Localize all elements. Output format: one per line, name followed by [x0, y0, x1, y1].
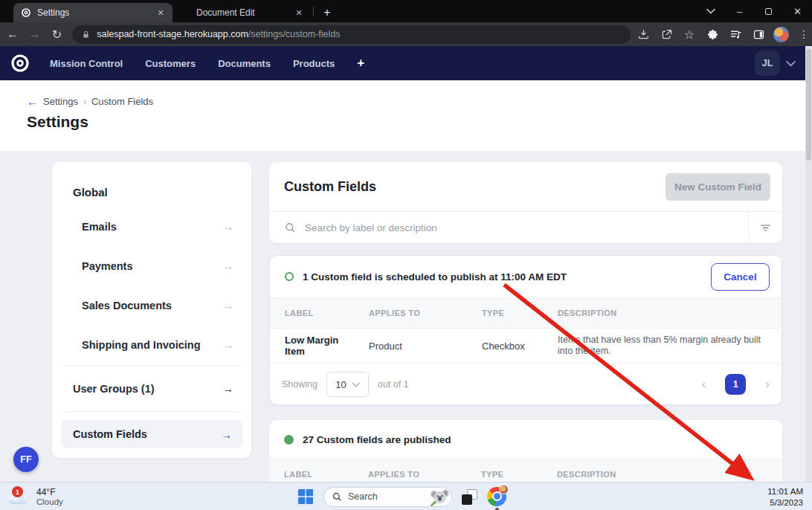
user-avatar[interactable]: JL [755, 51, 780, 76]
reading-list-icon[interactable] [727, 26, 744, 42]
share-icon[interactable] [658, 26, 674, 42]
browser-profile-avatar[interactable] [773, 27, 789, 42]
window-close-button[interactable]: ✕ [783, 0, 812, 22]
refresh-button[interactable]: ↻ [48, 25, 67, 44]
page-scrollbar[interactable] [805, 46, 812, 482]
scrollbar-thumb[interactable] [806, 49, 811, 161]
browser-tab-settings[interactable]: Settings ✕ [13, 3, 173, 22]
sidebar-item-user-groups[interactable]: User Groups (1) → [52, 368, 251, 410]
cell-description: Items that have less than 5% margin alre… [558, 335, 767, 357]
tab-close-icon[interactable]: ✕ [155, 7, 167, 19]
weather-widget[interactable]: 1 44°F Cloudy [7, 482, 63, 510]
user-menu-chevron-icon[interactable] [786, 60, 796, 67]
chevron-down-icon [352, 382, 360, 387]
arrow-right-icon: → [222, 220, 233, 233]
chrome-taskbar-icon[interactable] [487, 487, 507, 507]
taskbar-search-input[interactable] [348, 491, 422, 502]
sidebar-item-custom-fields-active[interactable]: Custom Fields → [61, 420, 242, 448]
task-view-icon[interactable] [462, 489, 477, 505]
arrow-right-icon: → [222, 338, 233, 351]
breadcrumb-settings-link[interactable]: Settings [43, 96, 78, 107]
tab-title: Document Edit [196, 7, 293, 18]
sidebar-item-label: Custom Fields [73, 428, 147, 440]
breadcrumb: ← Settings › Custom Fields [27, 95, 153, 108]
current-page-button[interactable]: 1 [725, 374, 746, 395]
extensions-puzzle-icon[interactable] [704, 26, 721, 42]
published-status-icon [284, 435, 294, 445]
sidebar-item-label: Shipping and Invoicing [82, 339, 201, 351]
tab-divider [313, 7, 314, 16]
pagination: Showing 10 out of 1 ‹ 1 › [270, 364, 782, 405]
filter-icon [759, 222, 772, 234]
column-applies-to: APPLIES TO [368, 470, 481, 479]
sidebar-item-sales-documents[interactable]: Sales Documents → [52, 285, 251, 325]
address-bar[interactable]: salespad-front-stage.herokuapp.com/setti… [72, 25, 631, 44]
arrow-right-icon: → [222, 299, 233, 312]
bookmark-star-icon[interactable]: ☆ [681, 26, 697, 42]
taskbar-clock[interactable]: 11:01 AM 5/3/2023 [767, 486, 803, 508]
main-column: Custom Fields New Custom Field 1 Custom … [269, 162, 782, 502]
column-label: LABEL [284, 470, 368, 479]
back-button[interactable]: ← [3, 25, 22, 44]
url-domain: salespad-front-stage.herokuapp.com [97, 29, 248, 39]
tab-close-icon[interactable]: ✕ [293, 7, 305, 19]
settings-sidebar: Global Emails → Payments → Sales Documen… [52, 162, 251, 458]
table-row[interactable]: Low Margin Item Product Checkbox Items t… [270, 329, 782, 364]
breadcrumb-back-icon[interactable]: ← [27, 95, 38, 108]
search-bar [269, 211, 782, 243]
page-size-select[interactable]: 10 [326, 372, 369, 397]
section-title: Custom Fields [284, 179, 376, 195]
sidebar-item-payments[interactable]: Payments → [52, 246, 251, 285]
content-area: Global Emails → Payments → Sales Documen… [0, 151, 806, 482]
column-applies-to: APPLIES TO [369, 309, 482, 317]
sidebar-item-label: User Groups (1) [73, 383, 155, 395]
next-page-icon[interactable]: › [765, 377, 770, 392]
column-label: LABEL [285, 309, 369, 317]
koala-image [428, 486, 450, 508]
search-input[interactable] [305, 222, 748, 233]
tab-favicon-icon [21, 7, 31, 18]
sidebar-item-shipping-invoicing[interactable]: Shipping and Invoicing → [52, 325, 251, 364]
column-type: TYPE [481, 470, 557, 479]
side-panel-icon[interactable] [750, 26, 767, 42]
nav-customers[interactable]: Customers [145, 58, 196, 69]
custom-fields-header-card: Custom Fields New Custom Field [269, 162, 782, 243]
search-icon [284, 222, 296, 233]
nav-documents[interactable]: Documents [218, 58, 271, 69]
cancel-button[interactable]: Cancel [711, 263, 770, 291]
nav-products[interactable]: Products [293, 58, 335, 69]
out-of-label: out of 1 [378, 379, 409, 390]
breadcrumb-current: Custom Fields [91, 96, 153, 107]
column-type: TYPE [482, 309, 558, 317]
browser-tab-document-edit[interactable]: Document Edit ✕ [178, 3, 311, 22]
new-custom-field-button[interactable]: New Custom Field [666, 173, 770, 201]
table-header: LABEL APPLIES TO TYPE DESCRIPTION [270, 297, 782, 329]
weather-condition: Cloudy [36, 497, 63, 507]
chat-widget-avatar[interactable]: FF [13, 447, 39, 472]
browser-menu-icon[interactable]: ⋮ [796, 26, 812, 42]
search-icon [332, 491, 342, 502]
browser-toolbar: ← → ↻ salespad-front-stage.herokuapp.com… [0, 22, 812, 46]
breadcrumb-separator: › [83, 97, 86, 107]
divider [64, 411, 239, 412]
filter-button[interactable] [748, 212, 782, 244]
install-app-icon[interactable] [635, 26, 651, 42]
window-minimize-button[interactable]: – [725, 0, 754, 22]
weather-temperature: 44°F [36, 487, 63, 497]
taskbar-search-box[interactable] [323, 487, 452, 507]
sidebar-item-label: Sales Documents [82, 300, 172, 312]
nav-mission-control[interactable]: Mission Control [50, 58, 123, 69]
arrow-right-icon: → [221, 428, 232, 441]
window-maximize-button[interactable] [754, 0, 783, 22]
nav-add-button[interactable]: + [357, 56, 364, 71]
sidebar-item-emails[interactable]: Emails → [52, 207, 251, 246]
tab-search-chevron-icon[interactable] [696, 0, 725, 22]
new-tab-button[interactable]: + [318, 4, 336, 22]
windows-start-button[interactable] [297, 488, 314, 505]
prev-page-icon[interactable]: ‹ [702, 377, 706, 392]
app-logo-icon[interactable] [10, 53, 30, 74]
forward-button[interactable]: → [25, 25, 45, 44]
sidebar-item-label: Payments [82, 260, 133, 272]
cell-type: Checkbox [482, 340, 558, 352]
showing-label: Showing [282, 379, 318, 390]
